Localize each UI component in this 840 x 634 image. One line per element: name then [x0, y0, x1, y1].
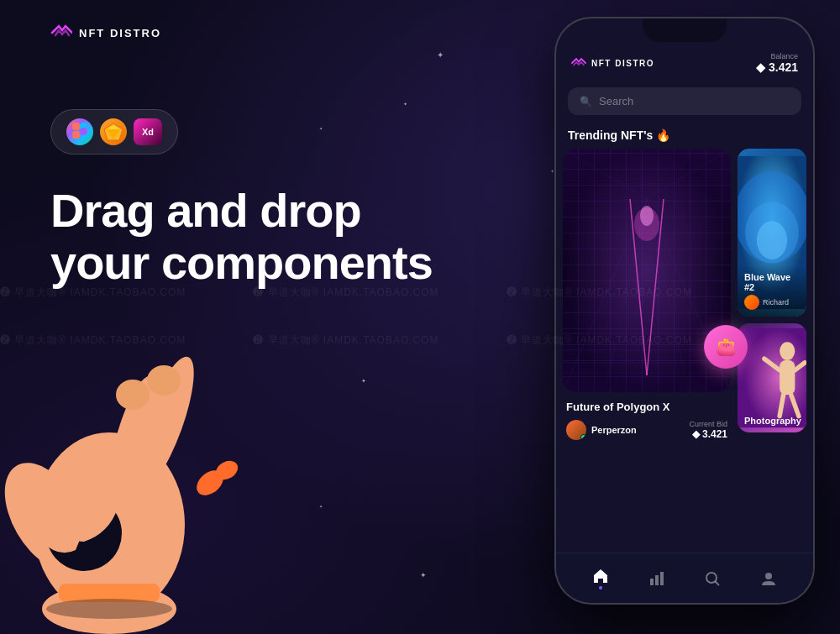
balance-label: Balance — [756, 52, 798, 60]
svg-point-38 — [757, 221, 787, 259]
nav-home[interactable] — [592, 568, 609, 589]
phone-logo: NFT DISTRO — [571, 57, 654, 69]
phone-frame: NFT DISTRO Balance ◆ 3.421 🔍 Search Tren… — [554, 17, 815, 605]
blue-wave-info: Blue Wave #2 Richard — [738, 265, 806, 317]
nav-search[interactable] — [704, 570, 721, 587]
balance-value: ◆ 3.421 — [756, 60, 798, 74]
bid-label: Current Bid — [689, 420, 727, 428]
svg-point-19 — [147, 365, 181, 396]
nft-author-row: Perperzon Current Bid ◆ 3.421 — [566, 420, 727, 440]
search-icon: 🔍 — [580, 96, 592, 107]
nav-active-dot — [599, 586, 602, 589]
svg-rect-0 — [72, 123, 80, 130]
svg-rect-47 — [655, 575, 659, 585]
logo-top: NFT DISTRO — [50, 24, 161, 42]
nft-bid-area: Current Bid ◆ 3.421 — [689, 420, 727, 440]
search-placeholder: Search — [599, 95, 633, 107]
logo-icon — [50, 24, 72, 42]
svg-rect-4 — [72, 131, 80, 139]
svg-point-40 — [780, 342, 795, 360]
figma-badge — [66, 118, 93, 145]
photography-label: Photography — [744, 416, 801, 426]
nft-card-info: Future of Polygon X Perperzon Current Bi… — [563, 392, 731, 440]
svg-point-20 — [46, 599, 172, 619]
nft-card-main[interactable]: 👛 Future of Polygon X Perperzon — [563, 149, 731, 552]
blue-wave-avatar — [744, 295, 759, 310]
nav-profile[interactable] — [760, 570, 777, 587]
phone-notch — [643, 18, 727, 42]
nft-right-column: Blue Wave #2 Richard — [738, 149, 813, 552]
phone-bottom-nav — [556, 553, 813, 603]
blue-wave-author-name: Richard — [763, 298, 789, 307]
nft-cards-area: 👛 Future of Polygon X Perperzon — [556, 149, 813, 552]
xd-badge: Xd — [134, 118, 162, 145]
sketch-badge — [100, 118, 127, 145]
svg-point-34 — [640, 206, 654, 226]
svg-point-3 — [80, 128, 87, 135]
photography-card[interactable]: Photography — [738, 323, 806, 432]
svg-line-29 — [563, 149, 647, 199]
nft-main-title: Future of Polygon X — [566, 401, 727, 413]
phone-balance: Balance ◆ 3.421 — [756, 52, 798, 74]
phone-screen: NFT DISTRO Balance ◆ 3.421 🔍 Search Tren… — [556, 18, 813, 603]
svg-point-18 — [116, 380, 150, 410]
svg-point-49 — [706, 573, 717, 583]
blue-wave-title: Blue Wave #2 — [744, 272, 800, 292]
nft-author: Perperzon — [566, 420, 637, 440]
phone-search[interactable]: 🔍 Search — [568, 87, 801, 115]
tool-badges: Xd — [50, 109, 178, 155]
author-name: Perperzon — [591, 425, 637, 435]
logo-text: NFT DISTRO — [79, 27, 161, 39]
nav-stats[interactable] — [648, 570, 665, 587]
phone-logo-text: NFT DISTRO — [591, 59, 654, 68]
phone-mockup: NFT DISTRO Balance ◆ 3.421 🔍 Search Tren… — [554, 17, 815, 605]
svg-rect-46 — [650, 579, 654, 585]
wallet-button[interactable]: 👛 — [704, 325, 748, 369]
author-online-indicator — [580, 434, 586, 440]
svg-line-30 — [647, 149, 731, 199]
svg-rect-48 — [660, 572, 664, 585]
hand-illustration — [0, 256, 269, 634]
trending-label: Trending NFT's 🔥 — [556, 120, 813, 149]
svg-line-50 — [716, 581, 720, 585]
phone-logo-icon — [571, 57, 586, 69]
svg-rect-41 — [780, 360, 795, 395]
blue-wave-author: Richard — [744, 295, 800, 310]
blue-wave-card[interactable]: Blue Wave #2 Richard — [738, 149, 806, 317]
svg-point-51 — [765, 573, 772, 579]
svg-line-25 — [563, 199, 647, 392]
author-avatar — [566, 420, 586, 440]
bid-value: ◆ 3.421 — [689, 428, 727, 440]
